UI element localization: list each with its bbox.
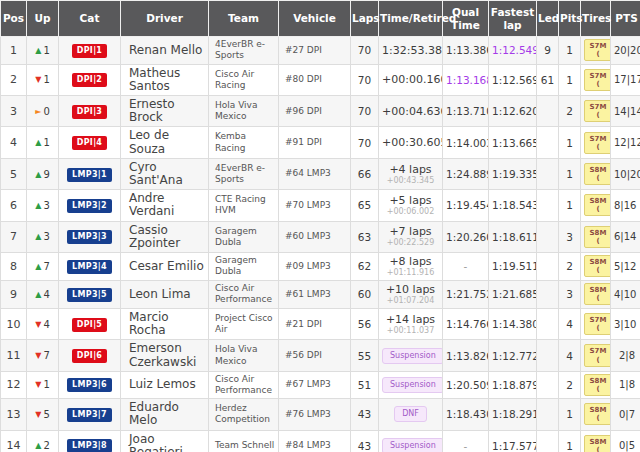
race-time: +14 laps [382,313,439,326]
qual-time-cell: 1:20.260 [443,221,489,252]
position-change-value: 1 [43,74,49,85]
table-row: 10▼4DPI|5Marcio RochaProject Cisco Air#2… [1,308,640,339]
points-cell: 1|8 [611,371,640,399]
points-cell: 6|14 [611,221,640,252]
category-cell: DPI|6 [59,340,121,371]
fastest-lap-cell: 1:12.569 [489,64,537,95]
fastest-lap-cell: 1:12.549 [489,37,537,65]
qual-time: 1:13.710 [446,105,489,117]
pit-stops-cell: 2 [559,371,581,399]
pit-stops-cell: 3 [559,280,581,308]
fastest-lap-cell: 1:14.380 [489,308,537,339]
pit-stops-cell: 1 [559,158,581,189]
tire-compound-badge: S8M( [584,435,611,452]
tire-compound-code: S7M [588,347,608,355]
laps-cell: 43 [351,399,379,430]
fastest-lap-cell: 1:12.620 [489,96,537,127]
position-cell: 6 [1,190,27,221]
tires-cell: S8M( [581,371,611,399]
category-badge: LMP3|5 [67,288,112,302]
qual-time-cell: 1:20.509 [443,371,489,399]
qual-time: 1:21.752 [446,288,489,300]
time-retired-cell: Suspension [379,430,443,452]
race-results-table: PosUpCatDriverTeamVehicleLapsTime/Retire… [0,0,640,452]
tire-compound-badge: S8M( [584,403,611,425]
gap-time: +00:22.529 [382,238,439,248]
race-time: 1:32:53.388 [382,44,439,57]
qual-time-cell: - [443,252,489,280]
time-retired-cell: +5 laps+00:06.002 [379,190,443,221]
tire-compound-badge: S8M( [584,226,611,248]
tire-compound-code: S8M [588,406,608,414]
tires-cell: S7M( [581,308,611,339]
position-change-value: 1 [43,45,49,56]
driver-name: Marcio Rocha [121,308,209,339]
table-header: PosUpCatDriverTeamVehicleLapsTime/Retire… [1,1,640,37]
tire-compound-code: S8M [588,229,608,237]
tire-compound-badge: S7M( [584,100,611,122]
laps-led-cell [537,308,559,339]
position-change-cell: ▼1 [27,64,59,95]
pit-stops-cell: 1 [559,430,581,452]
points-cell: 12|12 [611,127,640,158]
tire-compound-code: S7M [588,316,608,324]
points-cell: 20|20 [611,37,640,65]
table-row: 8▲7LMP3|4Cesar EmilioGaragem Dubla#09 LM… [1,252,640,280]
time-retired-cell: Suspension [379,371,443,399]
time-retired-cell: +00:04.636 [379,96,443,127]
qual-time: 1:14.766 [446,318,489,330]
table-row: 9▲4LMP3|5Leon LimaCisco Air Performance#… [1,280,640,308]
time-retired-cell: DNF [379,399,443,430]
position-change-value: 3 [43,231,49,242]
category-cell: LMP3|8 [59,430,121,452]
tires-cell: S8M( [581,399,611,430]
team-name: Cisco Air Racing [209,64,279,95]
fastest-lap-time: 1:12.569 [492,74,537,86]
position-change-value: 7 [43,261,49,272]
category-cell: LMP3|3 [59,221,121,252]
up-arrow-icon: ▲ [35,232,41,241]
tires-cell: S8M( [581,280,611,308]
gap-time: +00:06.002 [382,207,439,217]
time-retired-cell: Suspension [379,340,443,371]
qual-time: 1:14.003 [446,137,489,149]
tire-compound-badge: S8M( [584,163,611,185]
driver-name: Andre Verdani [121,190,209,221]
points-cell: 3|10 [611,308,640,339]
position-change-cell: ►0 [27,96,59,127]
same-arrow-icon: ► [35,107,41,116]
qual-time: 1:24.889 [446,168,489,180]
tire-compound-extra: ( [588,385,608,393]
race-time: +00:30.605 [382,136,439,149]
laps-cell: 55 [351,340,379,371]
pit-stops-cell: 2 [559,96,581,127]
tire-compound-badge: S7M( [584,313,611,335]
tire-compound-extra: ( [588,294,608,302]
col-header-tires: Tires [581,1,611,37]
tire-compound-code: S8M [588,197,608,205]
qual-time: 1:18.430 [446,408,489,420]
driver-name: Ernesto Brock [121,96,209,127]
vehicle-name: #96 DPI [279,96,351,127]
col-header-up: Up [27,1,59,37]
qual-time-cell: 1:13.710 [443,96,489,127]
category-badge: LMP3|1 [67,168,112,182]
fastest-lap-cell: 1:19.335 [489,158,537,189]
time-retired-cell: 1:32:53.388 [379,37,443,65]
race-time: +00:00.160 [382,73,439,86]
position-change-cell: ▼5 [27,399,59,430]
pit-stops-cell: 4 [559,340,581,371]
position-change-value: 4 [43,289,49,300]
category-cell: LMP3|2 [59,190,121,221]
tire-compound-badge: S7M( [584,39,611,61]
position-change-cell: ▲1 [27,127,59,158]
tire-compound-badge: S7M( [584,132,611,154]
table-row: 11▼7DPI|6Emerson CzerkawskiHola Viva Mex… [1,340,640,371]
qual-time: - [464,440,468,452]
team-name: Kemba Racing [209,127,279,158]
position-cell: 13 [1,399,27,430]
category-badge: LMP3|2 [67,199,112,213]
team-name: 4EverBR e-Sports [209,37,279,65]
position-change-cell: ▲7 [27,252,59,280]
laps-led-cell [537,158,559,189]
